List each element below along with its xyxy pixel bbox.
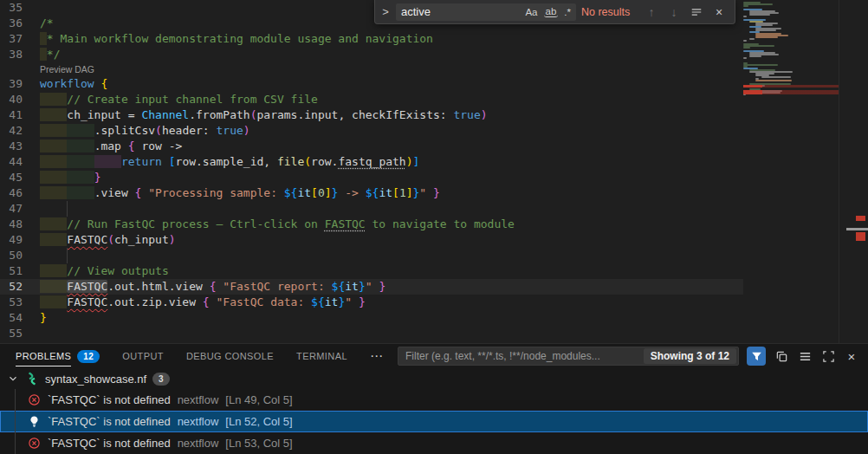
ruler-error-mark xyxy=(856,216,865,221)
tab-terminal[interactable]: TERMINAL xyxy=(296,344,347,368)
code-line[interactable]: 48 // Run FastQC process – Ctrl-click on… xyxy=(0,217,743,232)
line-number: 41 xyxy=(0,107,40,123)
code-line[interactable]: 40 // Create input channel from CSV file xyxy=(0,92,743,107)
line-number: 54 xyxy=(0,310,40,326)
indent-guide xyxy=(67,248,68,263)
code-line[interactable]: 47 xyxy=(0,201,743,217)
collapse-all-icon[interactable] xyxy=(774,348,789,364)
code-line[interactable]: 37 * Main workflow demonstrating module … xyxy=(0,31,743,47)
code-text: return [row.sample_id, file(row.fastq_pa… xyxy=(40,154,743,170)
code-line[interactable]: 44 return [row.sample_id, file(row.fastq… xyxy=(0,154,743,170)
close-panel-icon[interactable]: × xyxy=(844,348,859,364)
overview-ruler[interactable] xyxy=(839,0,868,343)
vscode-window: 3536/*37 * Main workflow demonstrating m… xyxy=(0,0,868,454)
codelens-label: Preview DAG xyxy=(40,62,743,76)
code-line[interactable]: 49 FASTQC(ch_input) xyxy=(0,232,743,248)
error-icon xyxy=(28,393,41,406)
problem-source: nextflow xyxy=(178,437,219,450)
code-area[interactable]: 3536/*37 * Main workflow demonstrating m… xyxy=(0,0,743,341)
match-case-icon[interactable]: Aa xyxy=(523,7,539,17)
code-line[interactable]: 51 // View outputs xyxy=(0,263,743,279)
maximize-panel-icon[interactable] xyxy=(820,348,836,364)
line-number: 40 xyxy=(0,92,40,107)
line-number: 48 xyxy=(0,217,40,232)
line-number: 36 xyxy=(0,16,40,31)
code-line[interactable]: 38 */ xyxy=(0,47,743,62)
code-text: // Create input channel from CSV file xyxy=(40,92,743,107)
problems-filter-input[interactable]: Filter (e.g. text, **/*.ts, !**/node_mod… xyxy=(398,347,739,366)
problem-source: nextflow xyxy=(178,393,219,406)
code-line[interactable]: 39workflow { xyxy=(0,76,743,92)
line-number: 51 xyxy=(0,263,40,279)
code-line[interactable]: 42 .splitCsv(header: true) xyxy=(0,123,743,139)
code-text: } xyxy=(40,310,743,326)
file-problem-count-badge: 3 xyxy=(152,373,170,386)
problems-file-name: syntax_showcase.nf xyxy=(45,373,146,386)
code-line[interactable]: 46 .view { "Processing sample: ${it[0]} … xyxy=(0,185,743,201)
ruler-cursor-mark xyxy=(846,228,868,230)
next-match-icon[interactable]: ↓ xyxy=(665,5,683,19)
code-text: // View outputs xyxy=(40,263,743,279)
line-number: 43 xyxy=(0,139,40,154)
line-number: 55 xyxy=(0,326,40,341)
close-icon[interactable]: × xyxy=(710,5,728,19)
code-text: } xyxy=(40,170,743,185)
regex-icon[interactable]: .* xyxy=(562,7,573,17)
code-text: .view { "Processing sample: ${it[0]} -> … xyxy=(40,185,743,201)
minimap[interactable] xyxy=(743,0,839,343)
ruler-error-mark xyxy=(856,232,865,241)
tab-output[interactable]: OUTPUT xyxy=(122,344,164,368)
code-text: FASTQC.out.html.view { "FastQC report: $… xyxy=(40,279,743,295)
problem-row[interactable]: `FASTQC` is not definednextflow[Ln 53, C… xyxy=(0,432,868,454)
problem-message: `FASTQC` is not defined xyxy=(48,437,171,450)
filter-placeholder: Filter (e.g. text, **/*.ts, !**/node_mod… xyxy=(405,350,638,362)
minimap-error-highlight xyxy=(743,90,839,94)
tab-problems[interactable]: PROBLEMS 12 xyxy=(16,344,100,368)
problems-count-badge: 12 xyxy=(77,350,100,363)
line-number: 50 xyxy=(0,248,40,263)
line-number: 37 xyxy=(0,31,40,47)
lightbulb-icon xyxy=(28,415,41,428)
find-input[interactable]: active Aa ab .* xyxy=(396,3,576,21)
filter-funnel-icon[interactable] xyxy=(747,347,766,366)
code-line[interactable]: 53 FASTQC.out.zip.view { "FastQC data: $… xyxy=(0,295,743,310)
code-line[interactable]: 45 } xyxy=(0,170,743,185)
problem-message: `FASTQC` is not defined xyxy=(48,415,171,428)
code-line[interactable]: 41 ch_input = Channel.fromPath(params.in… xyxy=(0,107,743,123)
panel-filter-area: Filter (e.g. text, **/*.ts, !**/node_mod… xyxy=(398,347,859,366)
chevron-down-icon[interactable] xyxy=(7,373,19,385)
codelens-line[interactable]: Preview DAG xyxy=(0,62,743,76)
line-number: 39 xyxy=(0,76,40,92)
line-number: 35 xyxy=(0,0,40,16)
problem-location: [Ln 49, Col 5] xyxy=(225,393,292,406)
whole-word-icon[interactable]: ab xyxy=(544,6,559,17)
code-line[interactable]: 52 FASTQC.out.html.view { "FastQC report… xyxy=(0,279,743,295)
indent-guide xyxy=(67,201,68,217)
code-text xyxy=(40,201,743,217)
line-number: 46 xyxy=(0,185,40,201)
code-text: */ xyxy=(40,47,743,62)
problem-message: `FASTQC` is not defined xyxy=(48,393,171,406)
editor: 3536/*37 * Main workflow demonstrating m… xyxy=(0,0,868,343)
line-number: 38 xyxy=(0,47,40,62)
line-number: 42 xyxy=(0,123,40,139)
panel-header: PROBLEMS 12 OUTPUT DEBUG CONSOLE TERMINA… xyxy=(0,344,868,368)
line-number xyxy=(0,62,40,76)
view-as-table-icon[interactable] xyxy=(797,348,813,364)
problem-source: nextflow xyxy=(178,415,219,428)
more-tabs-icon[interactable]: ⋯ xyxy=(370,348,383,364)
code-text xyxy=(40,326,743,341)
problems-file-row[interactable]: syntax_showcase.nf 3 xyxy=(0,368,868,389)
code-line[interactable]: 43 .map { row -> xyxy=(0,139,743,154)
tab-debug-console[interactable]: DEBUG CONSOLE xyxy=(186,344,274,368)
problem-row[interactable]: `FASTQC` is not definednextflow[Ln 52, C… xyxy=(0,411,868,432)
code-text: ch_input = Channel.fromPath(params.input… xyxy=(40,107,743,123)
code-line[interactable]: 50 xyxy=(0,248,743,263)
code-line[interactable]: 55 xyxy=(0,326,743,341)
find-in-selection-icon[interactable] xyxy=(688,6,705,18)
line-number: 52 xyxy=(0,279,40,295)
previous-match-icon[interactable]: ↑ xyxy=(643,5,660,19)
chevron-right-icon[interactable]: > xyxy=(380,5,391,18)
problem-row[interactable]: `FASTQC` is not definednextflow[Ln 49, C… xyxy=(0,389,868,411)
code-line[interactable]: 54} xyxy=(0,310,743,326)
